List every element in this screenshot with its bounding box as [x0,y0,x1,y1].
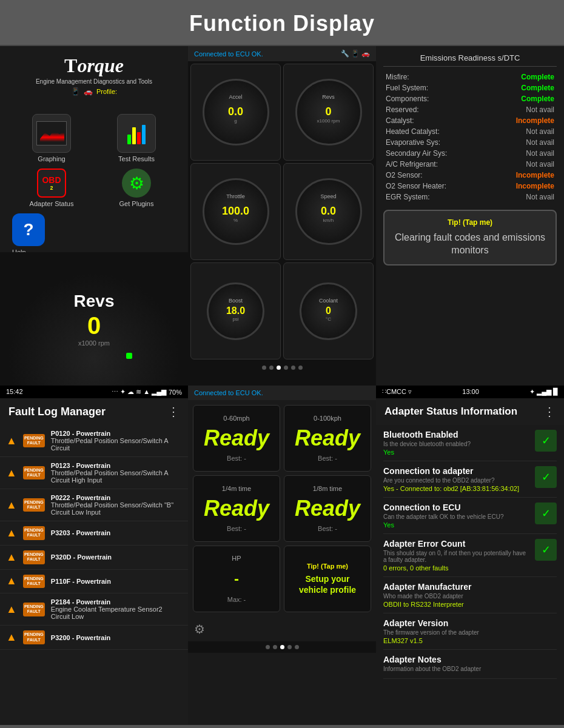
adapter-statusbar: ∷CMCC ▿ 13:00 ✦ ▂▄▆ ▉ [376,386,564,398]
emissions-row-egr: EGR System: Not avail [383,192,557,202]
gauge-boost-circle: Boost 18.0 psi [207,282,264,340]
adapter-status-label: Adapter Status [30,200,74,207]
speedo-value: 0 [74,312,115,339]
adapter-menu-icon[interactable]: ⋮ [543,404,556,419]
adapter-notes-desc: Information about the OBD2 adapter [383,666,557,672]
fault-badge-p0120: PENDINGFAULT [23,434,45,448]
fault-text-p110f: P110F - Powertrain [51,578,182,585]
emissions-row-fuel: Fuel System: Complete [383,82,557,93]
adapter-status-icon: OBD 2 [37,169,66,198]
race-quarter-label: 1/4m time [222,485,251,492]
fault-item-p320d[interactable]: ▲ PENDINGFAULT P320D - Powertrain [0,546,188,570]
adapter-notes-left: Adapter Notes Information about the OBD2… [383,655,557,673]
gear-icon: ⚙ [122,169,151,198]
components-status: Complete [521,95,554,103]
fault-title: Fault Log Manager [8,406,106,418]
graphing-label: Graphing [38,155,65,162]
adapter-bluetooth-name: Bluetooth Enabled [383,430,530,439]
catalyst-label: Catalyst: [386,116,414,125]
adapter-notes-name: Adapter Notes [383,655,557,664]
fault-triangle-icon: ▲ [6,435,17,447]
gauge-accel-name: Accel [229,94,242,100]
egr-status: Not avail [526,193,554,201]
fault-desc-p0123: Throttle/Pedal Position Sensor/Switch A … [51,469,182,484]
race-settings-gear-icon[interactable]: ⚙ [194,622,205,636]
bar1 [127,135,131,144]
fault-triangle-icon: ▲ [6,467,17,479]
fault-item-p0222[interactable]: ▲ PENDINGFAULT P0222 - Powertrain Thrott… [0,489,188,521]
adapter-error-name: Adapter Error Count [383,539,530,549]
gauge-coolant-circle: Coolant 0 °C [300,282,357,340]
fault-triangle-icon: ▲ [6,631,17,644]
bar4 [142,125,146,144]
race-box-quarter[interactable]: 1/4m time Ready Best: - [193,475,280,542]
fault-desc-p0222: Throttle/Pedal Position Sensor/Switch "B… [51,501,182,516]
gauge-icons: 🔧 📱 🚗 [341,50,370,58]
speedo-unit: x1000 rpm [74,339,115,347]
torque-icons: 📱 🚗 Profile: [6,87,182,96]
fault-item-p110f[interactable]: ▲ PENDINGFAULT P110F - Powertrain [0,570,188,594]
gauge-speed-val: 0.0 [321,205,336,218]
gauge-coolant-unit: °C [326,316,331,322]
fault-item-p3200[interactable]: ▲ PENDINGFAULT P3200 - Powertrain [0,626,188,650]
gauge-throttle-val: 100.0 [222,205,249,218]
race-settings: ⚙ [188,617,376,641]
fault-item-p3203[interactable]: ▲ PENDINGFAULT P3203 - Powertrain [0,521,188,546]
emissions-tip-box[interactable]: Tip! (Tap me) Clearing fault codes and e… [383,210,557,265]
bluetooth-icon: ⋯ ✦ ☁ ≋ ▲ ▂▄▆ [112,388,166,396]
adapter-error-ok: ✓ [535,539,557,561]
dot6 [298,366,303,370]
adapter-item-bluetooth: Bluetooth Enabled Is the device bluetoot… [383,425,557,461]
o2-heater-status: Incomplete [516,182,554,190]
page-header: Function Display [0,0,564,46]
gauge-revs-name: Revs [322,94,335,100]
fault-item-p0120[interactable]: ▲ PENDINGFAULT P0120 - Powertrain Thrott… [0,425,188,457]
dot3 [277,366,281,370]
menu-item-test-results[interactable]: Test Results [97,114,176,162]
fault-text-p0120: P0120 - Powertrain Throttle/Pedal Positi… [51,430,182,452]
dot2 [269,366,274,370]
emissions-title: Emissions Readiness s/DTC [383,53,557,67]
gauge-grid: Accel 0.0 g Revs 0 x1000 rpm Throttle 10… [188,61,376,362]
fault-menu-icon[interactable]: ⋮ [167,404,180,419]
emissions-row-o2-heater: O2 Sensor Heater: Incomplete [383,181,557,192]
gauge-revs: Revs 0 x1000 rpm [283,64,374,161]
race-box-eighth[interactable]: 1/8m time Ready Best: - [284,475,371,542]
menu-item-get-plugins[interactable]: ⚙ Get Plugins [97,169,176,207]
emissions-row-evap: Evaporative Sys: Not avail [383,137,557,148]
race-060mph-best: Best: - [227,455,246,462]
race-box-0100kph[interactable]: 0-100kph Ready Best: - [284,405,371,472]
main-grid: Torque Engine Management Diagnostics and… [0,46,564,725]
fault-desc-p0120: Throttle/Pedal Position Sensor/Switch A … [51,437,182,452]
race-0100kph-best: Best: - [318,455,337,462]
emissions-row-secondary: Secondary Air Sys: Not avail [383,148,557,159]
heated-catalyst-label: Heated Catalyst: [386,127,440,136]
torque-subtitle: Engine Management Diagnostics and Tools [6,78,182,85]
test-results-label: Test Results [118,155,155,162]
emissions-row-heated-catalyst: Heated Catalyst: Not avail [383,126,557,137]
fault-item-p0123[interactable]: ▲ PENDINGFAULT P0123 - Powertrain Thrott… [0,457,188,489]
graphing-icon-box [32,114,71,153]
checkmark-icon: ✓ [542,434,551,447]
fault-item-p2184[interactable]: ▲ PENDINGFAULT P2184 - Powertrain Engine… [0,593,188,626]
bar3 [137,132,141,144]
emissions-row-misfire: Misfire: Complete [383,72,557,82]
menu-item-help[interactable]: ? Help [12,213,176,256]
help-icon: ? [12,213,45,246]
gauge-accel-circle: Accel 0.0 g [203,79,269,145]
gauge-speed-name: Speed [320,193,336,199]
race-box-060mph[interactable]: 0-60mph Ready Best: - [193,405,280,472]
panel-emissions: Emissions Readiness s/DTC Misfire: Compl… [376,46,564,386]
fault-code-p110f: P110F - Powertrain [51,578,182,585]
rdot5 [295,645,299,649]
menu-item-adapter-status[interactable]: OBD 2 Adapter Status [12,169,91,207]
adapter-status-icons: ✦ ▂▄▆ ▉ [529,388,558,396]
fault-status-icons: ⋯ ✦ ☁ ≋ ▲ ▂▄▆ 70% [112,388,182,396]
gauge-accel-val: 0.0 [228,105,243,118]
adapter-item-connection: Connection to adapter Are you connected … [383,461,557,498]
fault-code-p0120: P0120 - Powertrain [51,430,182,437]
race-tip-box[interactable]: Tip! (Tap me) Setup your vehicle profile [284,546,371,612]
race-060mph-label: 0-60mph [223,415,249,422]
race-box-hp[interactable]: HP - Max: - [193,546,280,612]
menu-item-graphing[interactable]: Graphing [12,114,91,162]
